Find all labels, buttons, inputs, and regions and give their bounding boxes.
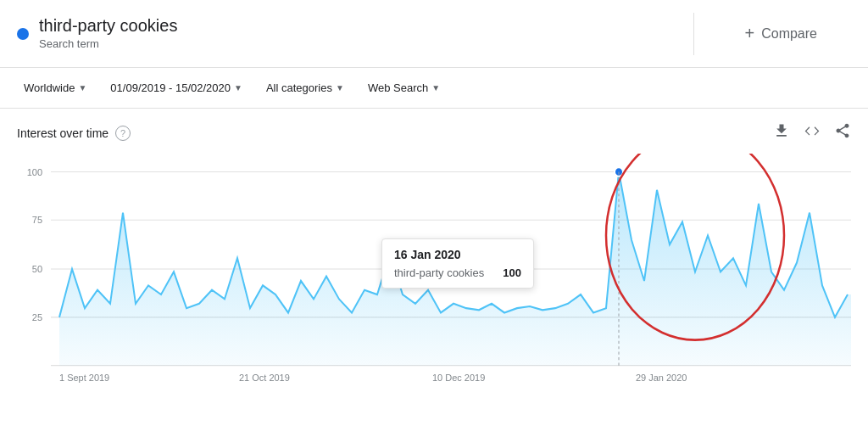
header-section: third-party cookies Search term + Compar… — [0, 0, 868, 68]
chart-header: Interest over time ? — [17, 122, 851, 143]
svg-text:25: 25 — [32, 312, 42, 322]
region-chevron-icon: ▼ — [78, 83, 86, 92]
chart-actions — [773, 122, 851, 143]
date-chevron-icon: ▼ — [234, 83, 242, 92]
svg-text:21 Oct 2019: 21 Oct 2019 — [239, 373, 290, 383]
svg-text:50: 50 — [32, 264, 42, 274]
search-type-label: Web Search — [368, 81, 428, 94]
date-label: 01/09/2019 - 15/02/2020 — [110, 81, 231, 94]
categories-chevron-icon: ▼ — [336, 83, 344, 92]
search-type-chevron-icon: ▼ — [431, 83, 440, 92]
svg-text:1 Sept 2019: 1 Sept 2019 — [59, 373, 109, 383]
help-icon[interactable]: ? — [115, 126, 131, 141]
trend-chart: 100 75 50 25 1 Sept 2019 21 Oct 2019 10 … — [17, 154, 851, 408]
compare-area[interactable]: + Compare — [711, 24, 852, 43]
search-term-title: third-party cookies — [39, 16, 177, 36]
chart-title: Interest over time — [17, 126, 108, 140]
date-filter[interactable]: 01/09/2019 - 15/02/2020 ▼ — [103, 78, 249, 98]
compare-plus-icon: + — [745, 24, 755, 43]
svg-text:75: 75 — [32, 215, 42, 225]
svg-text:29 Jan 2020: 29 Jan 2020 — [636, 373, 687, 383]
download-button[interactable] — [773, 122, 790, 143]
search-term-text: third-party cookies Search term — [39, 16, 177, 51]
search-term-area: third-party cookies Search term — [17, 16, 676, 51]
search-type-filter[interactable]: Web Search ▼ — [361, 78, 447, 98]
chart-section: Interest over time ? 100 75 — [0, 109, 868, 426]
categories-label: All categories — [266, 81, 332, 94]
compare-label: Compare — [761, 26, 817, 42]
search-term-dot — [17, 28, 29, 40]
region-filter[interactable]: Worldwide ▼ — [17, 78, 93, 98]
svg-text:100: 100 — [27, 166, 42, 177]
embed-button[interactable] — [804, 122, 821, 143]
chart-container: 100 75 50 25 1 Sept 2019 21 Oct 2019 10 … — [17, 154, 851, 408]
header-divider — [693, 13, 694, 55]
share-button[interactable] — [834, 122, 851, 143]
chart-title-area: Interest over time ? — [17, 126, 131, 141]
svg-text:10 Dec 2019: 10 Dec 2019 — [432, 373, 485, 383]
region-label: Worldwide — [24, 81, 75, 94]
categories-filter[interactable]: All categories ▼ — [259, 78, 351, 98]
filters-section: Worldwide ▼ 01/09/2019 - 15/02/2020 ▼ Al… — [0, 68, 868, 109]
search-term-label: Search term — [39, 37, 99, 50]
